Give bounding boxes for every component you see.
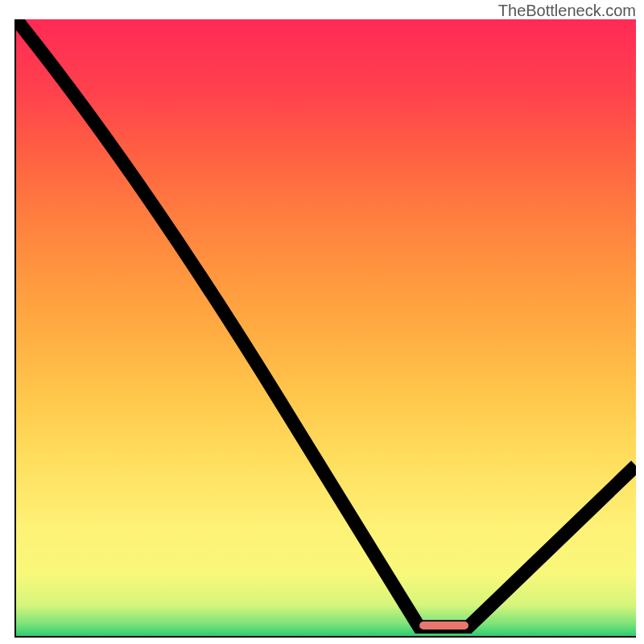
chart-plot-area — [14, 19, 636, 638]
optimal-marker — [419, 621, 469, 630]
watermark-text: TheBottleneck.com — [498, 2, 636, 20]
bottleneck-curve — [16, 19, 636, 638]
curve-path — [16, 19, 636, 627]
